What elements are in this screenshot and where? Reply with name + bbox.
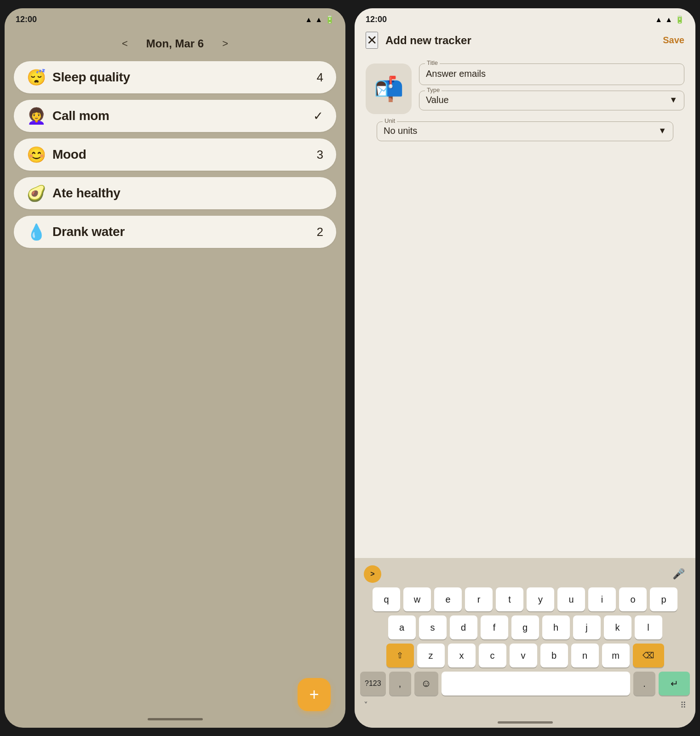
keyboard-bottom-row: ?123 , ☺ . ↵: [357, 672, 693, 697]
callmom-emoji: 👩‍🦱: [27, 108, 46, 124]
emoji-picker[interactable]: 📬: [366, 63, 412, 114]
key-w[interactable]: w: [403, 587, 431, 611]
keyboard-nav-row: ˅ ⠿: [357, 697, 693, 714]
tracker-item-callmom[interactable]: 👩‍🦱 Call mom ✓: [14, 100, 336, 132]
tracker-item-mood[interactable]: 😊 Mood 3: [14, 138, 336, 171]
key-x[interactable]: x: [448, 644, 476, 667]
right-status-time: 12:00: [366, 15, 387, 24]
enter-key[interactable]: ↵: [659, 672, 690, 696]
close-button[interactable]: ✕: [366, 32, 378, 49]
date-navigation: < Mon, Mar 6 >: [14, 33, 336, 61]
key-e[interactable]: e: [434, 587, 462, 611]
right-status-bar: 12:00 ▲ ▲ 🔋: [355, 8, 695, 28]
keyboard-grid-icon[interactable]: ⠿: [680, 700, 686, 710]
key-m[interactable]: m: [602, 644, 630, 667]
battery-icon: 🔋: [325, 15, 334, 24]
mood-emoji: 😊: [27, 147, 46, 162]
right-phone: 12:00 ▲ ▲ 🔋 ✕ Add new tracker Save 📬 Tit…: [355, 8, 695, 728]
key-g[interactable]: g: [511, 615, 539, 639]
tracker-left-mood: 😊 Mood: [27, 147, 86, 162]
sleep-value: 4: [317, 70, 323, 85]
save-button[interactable]: Save: [663, 35, 684, 46]
key-p[interactable]: p: [650, 587, 677, 611]
atehealthy-name: Ate healthy: [52, 186, 120, 201]
drankwater-name: Drank water: [52, 224, 125, 239]
form-fields: Title Type Value ▼: [419, 63, 684, 110]
drankwater-value: 2: [317, 225, 323, 239]
add-tracker-fab[interactable]: +: [298, 678, 331, 711]
tracker-left-sleep: 😴 Sleep quality: [27, 69, 130, 85]
type-field-group[interactable]: Type Value ▼: [419, 91, 684, 110]
keyboard-row-3: ⇧ z x c v b n m ⌫: [357, 644, 693, 667]
left-phone: 12:00 ▲ ▲ 🔋 < Mon, Mar 6 > 😴 Sleep quali…: [5, 8, 345, 728]
prev-date-button[interactable]: <: [122, 38, 128, 50]
sleep-name: Sleep quality: [52, 70, 130, 85]
tracker-item-drankwater[interactable]: 💧 Drank water 2: [14, 216, 336, 248]
key-i[interactable]: i: [588, 587, 616, 611]
key-y[interactable]: y: [527, 587, 554, 611]
signal-icon: ▲: [315, 16, 322, 24]
keyboard-expand-button[interactable]: >: [364, 565, 381, 583]
unit-field-label: Unit: [383, 117, 397, 124]
right-wifi-icon: ▲: [655, 16, 662, 24]
keyboard-collapse-icon[interactable]: ˅: [364, 700, 368, 710]
on-screen-keyboard: > 🎤 q w e r t y u i o p a s d f g h j: [355, 558, 695, 717]
microphone-button[interactable]: 🎤: [671, 566, 686, 582]
atehealthy-emoji: 🥑: [27, 185, 46, 201]
title-input[interactable]: [426, 68, 677, 80]
space-key[interactable]: [442, 672, 630, 696]
tracker-item-sleep[interactable]: 😴 Sleep quality 4: [14, 61, 336, 93]
home-bar-right: [355, 717, 695, 728]
right-header: ✕ Add new tracker Save: [355, 28, 695, 56]
right-signal-icon: ▲: [665, 16, 672, 24]
title-field-label: Title: [425, 59, 440, 66]
next-date-button[interactable]: >: [222, 38, 228, 50]
key-a[interactable]: a: [388, 615, 416, 639]
key-o[interactable]: o: [619, 587, 647, 611]
tracker-left-drankwater: 💧 Drank water: [27, 224, 125, 240]
keyboard-row-1: q w e r t y u i o p: [357, 587, 693, 611]
unit-select-row: No units ▼: [384, 126, 666, 136]
right-status-icons: ▲ ▲ 🔋: [655, 15, 684, 24]
key-f[interactable]: f: [481, 615, 508, 639]
mood-value: 3: [317, 148, 323, 162]
backspace-key[interactable]: ⌫: [633, 644, 664, 667]
home-bar-left: [5, 714, 345, 728]
type-select-row: Value ▼: [426, 95, 677, 105]
key-b[interactable]: b: [540, 644, 568, 667]
emoji-key[interactable]: ☺: [414, 672, 438, 696]
key-c[interactable]: c: [479, 644, 506, 667]
key-l[interactable]: l: [635, 615, 662, 639]
key-z[interactable]: z: [417, 644, 445, 667]
tracker-left-callmom: 👩‍🦱 Call mom: [27, 108, 109, 124]
home-indicator-right: [498, 721, 553, 724]
key-q[interactable]: q: [373, 587, 400, 611]
period-key[interactable]: .: [633, 672, 655, 696]
left-status-icons: ▲ ▲ 🔋: [305, 15, 334, 24]
tracker-form: 📬 Title Type Value ▼ Unit No unit: [355, 56, 695, 149]
key-t[interactable]: t: [496, 587, 523, 611]
home-indicator-left: [148, 718, 203, 720]
shift-key[interactable]: ⇧: [386, 644, 414, 667]
callmom-check: ✓: [313, 109, 323, 123]
tracker-item-atehealthy[interactable]: 🥑 Ate healthy: [14, 177, 336, 209]
sleep-emoji: 😴: [27, 69, 46, 85]
key-h[interactable]: h: [542, 615, 570, 639]
key-j[interactable]: j: [573, 615, 601, 639]
tracker-left-atehealthy: 🥑 Ate healthy: [27, 185, 120, 201]
unit-chevron-down-icon: ▼: [658, 126, 666, 136]
type-field-label: Type: [425, 86, 442, 93]
key-v[interactable]: v: [510, 644, 537, 667]
key-d[interactable]: d: [450, 615, 477, 639]
key-s[interactable]: s: [419, 615, 447, 639]
key-r[interactable]: r: [465, 587, 493, 611]
form-spacer: [355, 149, 695, 558]
comma-key[interactable]: ,: [389, 672, 411, 696]
header-left: ✕ Add new tracker: [366, 32, 471, 49]
num-switch-key[interactable]: ?123: [360, 672, 386, 696]
key-u[interactable]: u: [557, 587, 585, 611]
mood-name: Mood: [52, 147, 86, 162]
unit-field-group[interactable]: Unit No units ▼: [377, 121, 673, 141]
key-n[interactable]: n: [571, 644, 599, 667]
key-k[interactable]: k: [604, 615, 631, 639]
